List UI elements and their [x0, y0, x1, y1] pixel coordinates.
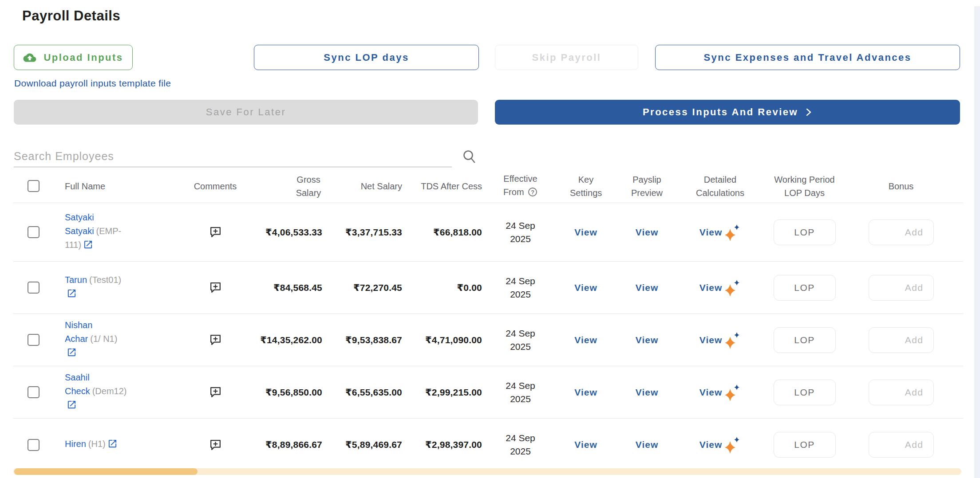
- key-settings-view-link[interactable]: View: [574, 387, 597, 398]
- add-comment-icon[interactable]: [209, 225, 222, 239]
- upload-inputs-button[interactable]: Upload Inputs: [14, 45, 133, 70]
- lop-button[interactable]: LOP: [774, 275, 836, 301]
- header-key-settings: Key Settings: [557, 173, 615, 200]
- payslip-preview-view-link[interactable]: View: [636, 282, 658, 293]
- external-link-icon[interactable]: [107, 439, 118, 453]
- row-checkbox[interactable]: [28, 226, 40, 238]
- add-bonus-button[interactable]: Add: [869, 327, 934, 353]
- horizontal-scrollbar[interactable]: [13, 468, 961, 475]
- detailed-calculations-view-link[interactable]: View: [699, 227, 722, 238]
- add-bonus-button[interactable]: Add: [869, 275, 934, 301]
- gross-salary-value: ₹9,56,850.00: [257, 387, 324, 398]
- table-row: Satyaki Satyaki(EMP-111) ₹4,06,533.33 ₹3…: [13, 203, 963, 262]
- employee-code: (H1): [88, 439, 106, 449]
- sync-lop-days-label: Sync LOP days: [324, 52, 409, 63]
- row-checkbox[interactable]: [28, 386, 40, 398]
- gross-salary-value: ₹84,568.45: [257, 282, 324, 293]
- sync-expenses-label: Sync Expenses and Travel Advances: [703, 52, 911, 63]
- tds-after-cess-value: ₹66,818.00: [404, 227, 484, 238]
- effective-from-date: 24 Sep 2025: [504, 327, 537, 353]
- payslip-preview-view-link[interactable]: View: [636, 387, 658, 398]
- page-title: Payroll Details: [22, 8, 120, 24]
- row-checkbox[interactable]: [28, 282, 40, 294]
- sync-expenses-button[interactable]: Sync Expenses and Travel Advances: [655, 45, 960, 70]
- employee-name-link[interactable]: Tarun: [65, 275, 87, 285]
- search-icon[interactable]: [462, 149, 478, 167]
- ai-sparkle-icon: [723, 279, 741, 299]
- add-comment-icon[interactable]: [209, 281, 222, 294]
- header-full-name: Full Name: [53, 180, 155, 193]
- employee-code: (Dem12): [92, 386, 127, 396]
- ai-sparkle-icon: [723, 384, 741, 404]
- detailed-calculations-view-link[interactable]: View: [699, 335, 722, 345]
- effective-from-date: 24 Sep 2025: [504, 274, 537, 301]
- employee-name-link[interactable]: Saahil Check: [65, 372, 90, 396]
- effective-from-date: 24 Sep 2025: [504, 219, 537, 246]
- add-comment-icon[interactable]: [209, 333, 222, 347]
- save-for-later-button[interactable]: Save For Later: [14, 100, 478, 125]
- search-input[interactable]: [14, 145, 452, 167]
- row-checkbox[interactable]: [28, 334, 40, 346]
- header-detailed-calculations: Detailed Calculations: [679, 173, 761, 200]
- lop-button[interactable]: LOP: [774, 219, 836, 245]
- external-link-icon[interactable]: [83, 239, 93, 254]
- lop-button[interactable]: LOP: [774, 432, 836, 458]
- table-body: Satyaki Satyaki(EMP-111) ₹4,06,533.33 ₹3…: [13, 203, 963, 471]
- tds-after-cess-value: ₹2,98,397.00: [404, 439, 484, 450]
- employee-code: (1/ N1): [90, 334, 117, 344]
- external-link-icon[interactable]: [67, 347, 77, 361]
- header-bonus: Bonus: [848, 180, 954, 193]
- add-bonus-button[interactable]: Add: [869, 380, 934, 405]
- key-settings-view-link[interactable]: View: [574, 335, 597, 345]
- skip-payroll-label: Skip Payroll: [532, 52, 601, 63]
- save-for-later-label: Save For Later: [206, 106, 286, 118]
- process-inputs-review-label: Process Inputs And Review: [643, 106, 798, 118]
- horizontal-scrollbar-thumb[interactable]: [14, 468, 198, 475]
- add-comment-icon[interactable]: [209, 385, 222, 399]
- lop-button[interactable]: LOP: [774, 327, 836, 353]
- key-settings-view-link[interactable]: View: [574, 439, 597, 450]
- table-row: Nishan Achar(1/ N1) ₹14,35,262.00 ₹9,53,…: [13, 314, 963, 366]
- cloud-upload-icon: [23, 52, 36, 63]
- key-settings-view-link[interactable]: View: [574, 282, 597, 293]
- help-icon[interactable]: ?: [528, 187, 537, 200]
- payslip-preview-view-link[interactable]: View: [636, 227, 658, 238]
- tds-after-cess-value: ₹2,99,215.00: [404, 387, 484, 398]
- detailed-calculations-view-link[interactable]: View: [699, 282, 722, 293]
- download-template-link[interactable]: Download payroll inputs template file: [14, 78, 171, 89]
- chevron-right-icon: [805, 107, 812, 118]
- external-link-icon[interactable]: [67, 288, 77, 302]
- skip-payroll-button[interactable]: Skip Payroll: [495, 45, 638, 70]
- gross-salary-value: ₹14,35,262.00: [257, 335, 324, 345]
- employee-name-link[interactable]: Nishan Achar: [65, 320, 92, 344]
- table-row: Saahil Check(Dem12) ₹9,56,850.00 ₹6,55,6…: [13, 366, 963, 419]
- svg-text:?: ?: [531, 189, 534, 195]
- table-header-row: Full Name Comments Gross Salary Net Sala…: [13, 169, 963, 203]
- gross-salary-value: ₹8,89,866.67: [257, 439, 324, 450]
- ai-sparkle-icon: [723, 223, 741, 244]
- upload-inputs-label: Upload Inputs: [43, 52, 123, 63]
- sync-lop-days-button[interactable]: Sync LOP days: [254, 45, 479, 70]
- add-comment-icon[interactable]: [209, 438, 222, 452]
- vertical-scrollbar[interactable]: [974, 6, 980, 478]
- payslip-preview-view-link[interactable]: View: [636, 439, 658, 450]
- detailed-calculations-view-link[interactable]: View: [699, 439, 722, 450]
- header-working-period-lop-days: Working Period LOP Days: [761, 173, 848, 200]
- payslip-preview-view-link[interactable]: View: [636, 335, 658, 345]
- effective-from-date: 24 Sep 2025: [504, 379, 537, 406]
- select-all-checkbox[interactable]: [28, 180, 40, 192]
- detailed-calculations-view-link[interactable]: View: [699, 387, 722, 398]
- employee-name-link[interactable]: Hiren: [65, 439, 86, 449]
- lop-button[interactable]: LOP: [774, 380, 836, 405]
- key-settings-view-link[interactable]: View: [574, 227, 597, 238]
- tds-after-cess-value: ₹4,71,090.00: [404, 335, 484, 345]
- add-bonus-button[interactable]: Add: [869, 432, 934, 458]
- header-payslip-preview: Payslip Preview: [615, 173, 679, 200]
- employee-code: (Test01): [89, 275, 121, 285]
- add-bonus-button[interactable]: Add: [869, 219, 934, 245]
- employee-name-link[interactable]: Satyaki Satyaki: [65, 212, 94, 236]
- process-inputs-review-button[interactable]: Process Inputs And Review: [495, 100, 960, 125]
- row-checkbox[interactable]: [28, 439, 40, 451]
- header-tds-after-cess: TDS After Cess: [404, 180, 484, 193]
- external-link-icon[interactable]: [67, 400, 77, 414]
